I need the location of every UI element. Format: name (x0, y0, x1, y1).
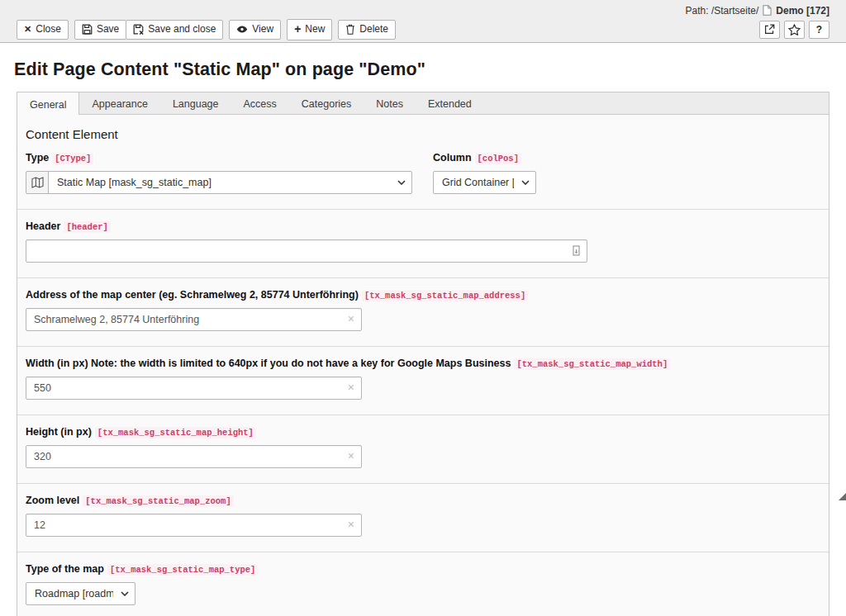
view-icon (236, 25, 248, 34)
clear-icon[interactable]: × (348, 518, 354, 532)
tab-general[interactable]: General (17, 92, 79, 115)
save-icon (82, 24, 93, 35)
type-label: Type[CType] (26, 152, 412, 163)
section-content-element: Content Element Type[CType] Static Map [… (17, 115, 829, 210)
width-input[interactable] (26, 377, 362, 400)
header-input[interactable] (26, 239, 587, 263)
clipped-ui-artifact (839, 493, 846, 500)
doc-header-actions: ? (759, 21, 829, 39)
address-input[interactable] (26, 308, 362, 331)
external-link-icon (764, 24, 775, 35)
new-button[interactable]: + New (287, 19, 332, 40)
section-height: Height (in px)[tx_mask_sg_static_map_hei… (17, 415, 829, 484)
breadcrumb-path: Path: /Startseite/ (686, 5, 759, 17)
delete-button[interactable]: Delete (338, 20, 396, 39)
tab-extended[interactable]: Extended (416, 92, 484, 114)
zoom-code: [tx_mask_sg_static_map_zoom] (83, 495, 233, 507)
zoom-input[interactable] (26, 514, 362, 537)
star-icon (788, 24, 801, 36)
column-code: [colPos] (475, 153, 521, 164)
header-label: Header[header] (26, 220, 820, 232)
breadcrumb: Path: /Startseite/ Demo [172] (17, 2, 829, 18)
address-label: Address of the map center (eg. Schramelw… (26, 289, 820, 301)
height-code: [tx_mask_sg_static_map_height] (95, 427, 256, 438)
page-title: Edit Page Content "Static Map" on page "… (14, 59, 829, 80)
close-icon: ✕ (24, 24, 31, 35)
open-in-new-window-button[interactable] (759, 21, 780, 39)
height-input[interactable] (26, 445, 362, 468)
section-width: Width (in px) Note: the width is limited… (17, 347, 829, 415)
section-address: Address of the map center (eg. Schramelw… (17, 278, 829, 347)
toolbar: ✕ Close Save Save and close (17, 19, 396, 40)
plus-icon: + (294, 22, 301, 36)
close-button[interactable]: ✕ Close (17, 20, 69, 39)
record-icon (573, 245, 580, 256)
help-button[interactable]: ? (809, 21, 829, 39)
address-code: [tx_mask_sg_static_map_address] (362, 290, 528, 301)
clear-icon[interactable]: × (348, 312, 354, 326)
form-panel: Content Element Type[CType] Static Map [… (17, 115, 829, 616)
tab-access[interactable]: Access (231, 92, 289, 114)
tab-notes[interactable]: Notes (364, 92, 416, 114)
save-button[interactable]: Save (74, 20, 126, 39)
column-label: Column[colPos] (433, 152, 536, 163)
section-map-type: Type of the map[tx_mask_sg_static_map_ty… (17, 552, 829, 616)
zoom-label: Zoom level[tx_mask_sg_static_map_zoom] (26, 495, 820, 506)
breadcrumb-page-title: Demo [172] (776, 5, 829, 17)
tab-appearance[interactable]: Appearance (79, 92, 159, 114)
save-close-icon (133, 24, 144, 35)
question-mark-icon: ? (816, 24, 822, 36)
tab-language[interactable]: Language (160, 92, 231, 114)
trash-icon (345, 24, 355, 35)
map-type-select[interactable]: Roadmap [roadmap] (26, 582, 135, 605)
type-select-group: Static Map [mask_sg_static_map] (26, 171, 412, 194)
tab-categories[interactable]: Categories (289, 92, 364, 114)
width-code: [tx_mask_sg_static_map_width] (514, 358, 670, 370)
tab-bar: General Appearance Language Access Categ… (17, 92, 829, 115)
section-heading: Content Element (26, 127, 820, 141)
view-button[interactable]: View (229, 20, 281, 39)
section-zoom: Zoom level[tx_mask_sg_static_map_zoom] × (17, 484, 829, 552)
clear-icon[interactable]: × (348, 381, 354, 395)
type-code: [CType] (52, 153, 93, 164)
header-code: [header] (64, 221, 110, 233)
height-label: Height (in px)[tx_mask_sg_static_map_hei… (26, 426, 820, 438)
map-type-code: [tx_mask_sg_static_map_type] (107, 564, 258, 576)
type-select[interactable]: Static Map [mask_sg_static_map] (48, 171, 412, 194)
save-and-close-button[interactable]: Save and close (126, 20, 223, 39)
column-select[interactable]: Grid Container [-1] (433, 171, 536, 194)
bookmark-button[interactable] (784, 21, 805, 39)
clear-icon[interactable]: × (348, 449, 354, 463)
map-type-label: Type of the map[tx_mask_sg_static_map_ty… (26, 563, 820, 575)
width-label: Width (in px) Note: the width is limited… (26, 358, 820, 369)
doc-header: Path: /Startseite/ Demo [172] ✕ Close Sa… (0, 0, 846, 43)
section-header: Header[header] (17, 210, 829, 278)
map-icon (26, 171, 49, 194)
page-icon (763, 5, 772, 16)
